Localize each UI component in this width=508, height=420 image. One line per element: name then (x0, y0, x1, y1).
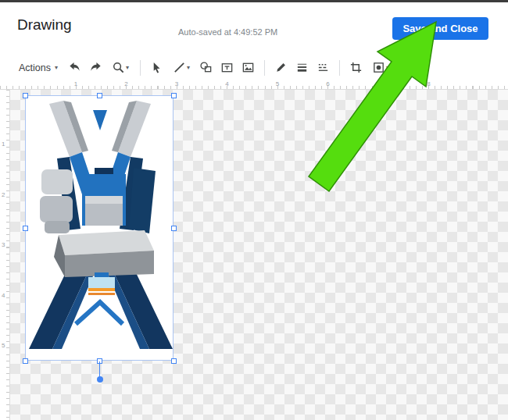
chevron-down-icon: ▾ (187, 64, 190, 71)
ruler-number: 2 (124, 80, 127, 87)
selection-handle-se[interactable] (171, 358, 177, 364)
ruler-ticks (6, 90, 9, 420)
drawing-canvas[interactable] (10, 90, 508, 420)
toolbar-separator (264, 60, 265, 76)
ruler-number: 6 (326, 80, 329, 87)
edit-button[interactable] (271, 58, 291, 77)
insert-image-button[interactable] (238, 58, 258, 77)
redo-button[interactable] (86, 58, 106, 77)
border-weight-icon (295, 61, 309, 74)
vertical-ruler[interactable]: 12345 (0, 90, 10, 420)
shape-icon (199, 61, 213, 74)
actions-menu-label: Actions (19, 62, 51, 73)
border-dash-icon (317, 61, 330, 74)
text-box-tool-button[interactable] (217, 58, 237, 77)
undo-icon (68, 61, 81, 74)
ruler-number: 3 (2, 241, 5, 248)
pencil-icon (274, 61, 288, 74)
chevron-down-icon: ▾ (126, 64, 129, 71)
selection-handle-w[interactable] (23, 226, 28, 231)
line-icon (173, 61, 186, 74)
selection-handle-n[interactable] (97, 93, 102, 98)
zoom-button[interactable]: ▾ (107, 58, 134, 77)
ruler-number: 2 (2, 190, 5, 198)
undo-button[interactable] (65, 58, 84, 77)
border-weight-button[interactable] (292, 58, 312, 77)
toolbar-separator (339, 60, 340, 76)
chevron-down-icon: ▾ (55, 64, 58, 71)
chevron-down-icon: ▾ (386, 64, 389, 71)
robot-drawing[interactable] (26, 96, 174, 361)
save-and-close-button[interactable]: Save and Close (392, 17, 488, 40)
mask-icon (372, 61, 385, 74)
toolbar: Actions ▾ ▾ ▾ (0, 55, 508, 80)
shape-tool-button[interactable] (196, 58, 216, 77)
ruler-number: 1 (2, 141, 5, 148)
mask-image-button[interactable]: ▾ (367, 58, 394, 77)
image-icon (241, 61, 255, 74)
selection-handle-ne[interactable] (171, 93, 177, 98)
toolbar-separator (140, 60, 141, 76)
rotation-handle-line (99, 361, 100, 378)
replace-image-button[interactable]: Repla (399, 62, 425, 73)
ruler-number: 5 (2, 342, 5, 349)
border-dash-button[interactable] (313, 58, 333, 77)
ruler-number: 1 (74, 80, 77, 87)
select-tool-button[interactable] (147, 58, 166, 77)
autosave-status: Auto-saved at 4:49:52 PM (178, 27, 277, 37)
selection-handle-e[interactable] (171, 226, 177, 231)
actions-menu-button[interactable]: Actions ▾ (13, 60, 64, 76)
selection-handle-nw[interactable] (23, 93, 28, 98)
header-bar: Drawing Auto-saved at 4:49:52 PM Save an… (0, 2, 508, 49)
ruler-number: 5 (276, 80, 279, 87)
redo-icon (89, 61, 102, 74)
ruler-number: 3 (175, 80, 178, 87)
text-box-icon (220, 61, 234, 74)
line-tool-button[interactable]: ▾ (168, 58, 195, 77)
ruler-number: 4 (225, 80, 228, 87)
ruler-number: 7 (377, 80, 380, 87)
zoom-icon (112, 61, 125, 74)
ruler-number: 8 (427, 80, 430, 87)
selected-drawing[interactable] (25, 95, 174, 361)
selection-handle-sw[interactable] (23, 358, 28, 364)
crop-icon (349, 61, 363, 74)
rotation-handle[interactable] (97, 376, 103, 383)
cursor-icon (150, 61, 163, 74)
horizontal-ruler[interactable]: 12345678 (0, 80, 508, 90)
page-title: Drawing (17, 16, 72, 34)
crop-button[interactable] (346, 58, 366, 77)
ruler-number: 4 (2, 291, 5, 298)
